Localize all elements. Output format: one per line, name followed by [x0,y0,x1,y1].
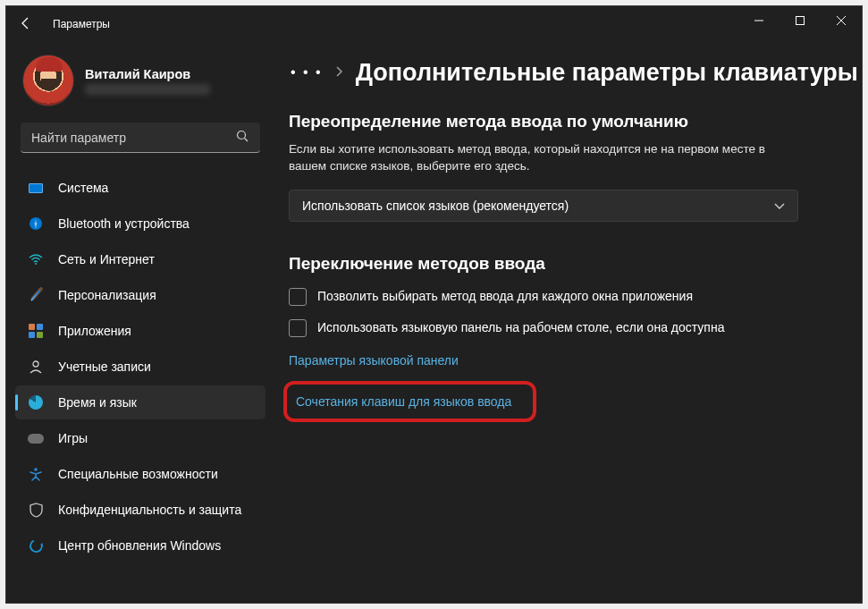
sidebar-item-label: Центр обновления Windows [58,538,221,553]
gaming-icon [28,430,44,446]
profile-email [85,84,210,95]
titlebar: Параметры [6,6,862,42]
system-icon [28,180,44,196]
sidebar-item-label: Персонализация [58,288,156,302]
svg-line-5 [245,138,249,141]
search-icon [236,130,249,146]
search-placeholder: Найти параметр [31,131,236,145]
checkbox-language-bar-desktop[interactable]: Использовать языковую панель на рабочем … [289,318,807,337]
sidebar-item-privacy[interactable]: Конфиденциальность и защита [15,493,265,527]
sidebar-item-label: Система [58,181,108,195]
dropdown-value: Использовать список языков (рекомендуетс… [302,199,774,213]
sidebar-item-label: Специальные возможности [58,467,218,481]
sidebar-item-apps[interactable]: Приложения [15,314,265,348]
chevron-down-icon [774,199,785,213]
default-input-method-dropdown[interactable]: Использовать список языков (рекомендуетс… [289,190,798,222]
sidebar-item-personalization[interactable]: Персонализация [15,278,265,312]
sidebar-item-label: Сеть и Интернет [58,252,155,266]
sidebar-item-network[interactable]: Сеть и Интернет [15,242,265,276]
windows-update-icon [28,537,44,554]
checkbox-label: Использовать языковую панель на рабочем … [317,318,724,336]
back-button[interactable] [19,16,35,33]
input-language-hotkeys-link[interactable]: Сочетания клавиш для языков ввода [296,394,511,409]
minimize-button[interactable] [738,6,780,35]
maximize-button[interactable] [780,6,821,35]
sidebar-item-label: Bluetooth и устройства [58,216,190,231]
checkbox-icon [289,319,307,337]
privacy-icon [28,502,44,518]
search-input[interactable]: Найти параметр [21,123,260,153]
sidebar-item-time-language[interactable]: Время и язык [15,385,265,419]
sidebar-item-label: Конфиденциальность и защита [58,503,241,517]
nav-list: Система ᚼ Bluetooth и устройства Сеть и … [15,171,265,562]
time-language-icon [28,394,44,410]
svg-point-4 [238,131,246,139]
sidebar-item-label: Время и язык [58,395,137,410]
breadcrumb: • • • Дополнительные параметры клавиатур… [283,53,862,92]
section-override-desc: Если вы хотите использовать метод ввода,… [289,140,771,175]
main-content: • • • Дополнительные параметры клавиатур… [274,42,862,603]
svg-point-6 [35,263,37,265]
svg-point-7 [33,361,38,367]
chevron-right-icon [335,65,343,80]
sidebar-item-system[interactable]: Система [15,171,265,205]
sidebar-item-label: Игры [58,431,88,445]
accessibility-icon [28,466,44,482]
sidebar-item-windows-update[interactable]: Центр обновления Windows [15,529,265,562]
network-icon [28,251,44,267]
avatar [22,55,74,106]
section-switch-title: Переключение методов ввода [289,252,754,275]
sidebar: Виталий Каиров Найти параметр Система ᚼ … [6,42,274,603]
bluetooth-icon: ᚼ [28,216,44,232]
personalization-icon [28,287,44,303]
sidebar-item-gaming[interactable]: Игры [15,421,265,455]
checkbox-per-app-input[interactable]: Позволить выбирать метод ввода для каждо… [289,287,807,306]
sidebar-item-accounts[interactable]: Учетные записи [15,350,265,384]
checkbox-label: Позволить выбирать метод ввода для каждо… [317,287,693,305]
language-bar-options-link[interactable]: Параметры языковой панели [289,353,459,368]
accounts-icon [28,359,44,375]
profile-block[interactable]: Виталий Каиров [15,49,265,119]
close-button[interactable] [821,6,862,35]
apps-icon [28,323,44,339]
svg-point-8 [34,468,38,471]
settings-window: Параметры Виталий Каиров Найти параметр [5,5,863,604]
sidebar-item-bluetooth[interactable]: ᚼ Bluetooth и устройства [15,207,265,241]
page-title: Дополнительные параметры клавиатуры [356,59,858,87]
section-override-title: Переопределение метода ввода по умолчани… [289,110,754,133]
window-title: Параметры [53,18,110,30]
hotkeys-highlight: Сочетания клавиш для языков ввода [283,381,536,422]
profile-name: Виталий Каиров [85,67,210,81]
svg-rect-1 [796,17,805,25]
sidebar-item-label: Приложения [58,324,131,338]
sidebar-item-label: Учетные записи [58,359,151,374]
breadcrumb-more-button[interactable]: • • • [291,64,323,80]
sidebar-item-accessibility[interactable]: Специальные возможности [15,457,265,491]
checkbox-icon [289,288,307,306]
